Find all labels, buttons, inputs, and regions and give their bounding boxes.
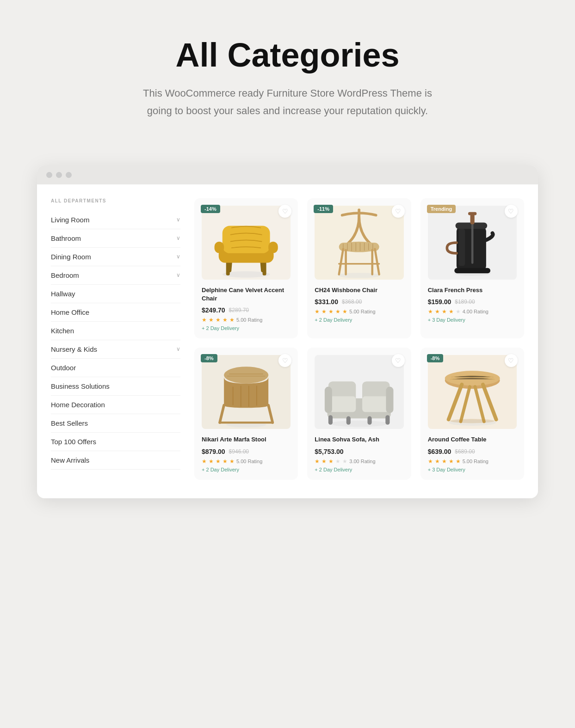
wishlist-button-2[interactable]: ♡: [392, 205, 405, 218]
svg-line-21: [375, 249, 379, 275]
sidebar-item-label: Bathroom: [51, 234, 81, 242]
product-stars-2: ★ ★ ★ ★ ★ 5.00 Rating: [315, 308, 403, 315]
product-image-4: [202, 355, 291, 429]
price-current-2: $331.00: [315, 298, 338, 306]
sidebar-item-label: New Arrivals: [51, 456, 89, 464]
chevron-down-icon: ∨: [176, 235, 180, 241]
star-icon: ★: [315, 308, 320, 315]
star-icon: ★: [216, 458, 221, 465]
price-original-1: $289.70: [229, 307, 249, 313]
chevron-down-icon: ∨: [176, 253, 180, 260]
star-icon: ★: [328, 308, 334, 315]
star-icon: ★: [322, 308, 327, 315]
price-original-6: $689.00: [455, 448, 475, 455]
product-card-2[interactable]: -11% ♡: [307, 198, 411, 338]
sidebar-item-label: Outdoor: [51, 364, 76, 372]
product-badge-6: -8%: [427, 354, 444, 362]
rating-text-4: 5.00 Rating: [236, 459, 262, 464]
delivery-text-4: + 2 Day Delivery: [202, 467, 291, 472]
svg-rect-47: [346, 416, 351, 425]
svg-point-38: [330, 421, 389, 427]
sidebar-item-label: Nursery & Kids: [51, 345, 97, 353]
sidebar-item-label: Business Solutions: [51, 382, 110, 390]
product-card-6[interactable]: -8% ♡: [420, 348, 524, 479]
star-icon: ★: [315, 458, 320, 465]
svg-rect-31: [471, 224, 474, 264]
product-pricing-1: $249.70 $289.70: [202, 306, 291, 314]
hero-subtitle: This WooCommerce ready Furniture Store W…: [130, 85, 445, 119]
star-icon: ★: [335, 308, 340, 315]
sidebar-item-outdoor[interactable]: Outdoor: [51, 359, 180, 377]
sidebar-item-business-solutions[interactable]: Business Solutions: [51, 377, 180, 396]
page-title: All Categories: [19, 37, 556, 73]
sidebar-item-nursery-kids[interactable]: Nursery & Kids ∨: [51, 340, 180, 359]
sidebar-item-dining-room[interactable]: Dining Room ∨: [51, 248, 180, 266]
product-image-3: [428, 206, 517, 280]
product-image-1: [202, 206, 291, 280]
sidebar-item-label: Best Sellers: [51, 419, 88, 427]
svg-rect-7: [215, 242, 224, 253]
rating-text-1: 5.00 Rating: [236, 317, 262, 323]
sidebar-item-bedroom[interactable]: Bedroom ∨: [51, 266, 180, 285]
sidebar-item-top-100-offers[interactable]: Top 100 Offers: [51, 433, 180, 451]
star-icon: ★: [342, 308, 347, 315]
wishlist-button-3[interactable]: ♡: [505, 205, 518, 218]
sidebar-item-label: Home Decoration: [51, 401, 105, 409]
chevron-down-icon: ∨: [176, 272, 180, 278]
sidebar-item-new-arrivals[interactable]: New Arrivals: [51, 451, 180, 470]
star-icon: ★: [435, 458, 440, 465]
star-icon: ★: [449, 458, 454, 465]
rating-text-5: 3.00 Rating: [349, 459, 375, 464]
star-icon: ★: [202, 458, 207, 465]
svg-line-20: [339, 249, 343, 275]
product-stars-6: ★ ★ ★ ★ ★ 5.00 Rating: [428, 458, 517, 465]
product-badge-3: Trending: [427, 205, 456, 213]
product-name-3: Clara French Press: [428, 286, 517, 294]
star-icon: ★: [328, 458, 334, 465]
sidebar-item-best-sellers[interactable]: Best Sellers: [51, 414, 180, 433]
product-card-5[interactable]: ♡: [307, 348, 411, 479]
product-pricing-2: $331.00 $368.00: [315, 298, 403, 306]
product-name-5: Linea Sohva Sofa, Ash: [315, 435, 403, 444]
product-name-6: Around Coffee Table: [428, 435, 517, 444]
star-icon: ★: [435, 308, 440, 315]
product-image-5: [315, 355, 403, 429]
rating-text-2: 5.00 Rating: [349, 309, 375, 314]
product-card-4[interactable]: -8% ♡: [194, 348, 298, 479]
product-badge-4: -8%: [201, 354, 217, 362]
svg-rect-6: [223, 226, 270, 253]
product-image-2: [315, 206, 403, 280]
star-icon: ★: [229, 458, 235, 465]
product-name-2: CH24 Wishbone Chair: [315, 286, 403, 294]
svg-rect-32: [454, 268, 490, 273]
delivery-text-3: + 3 Day Delivery: [428, 317, 517, 323]
delivery-text-1: + 2 Day Delivery: [202, 325, 291, 331]
product-card-1[interactable]: -14% ♡: [194, 198, 298, 338]
product-name-4: Nikari Arte Marfa Stool: [202, 435, 291, 444]
product-pricing-6: $639.00 $689.00: [428, 448, 517, 455]
wishlist-button-5[interactable]: ♡: [392, 354, 405, 367]
sidebar-item-hallway[interactable]: Hallway: [51, 285, 180, 303]
product-grid: -14% ♡: [194, 198, 524, 480]
browser-dot-yellow: [56, 172, 62, 178]
product-stars-3: ★ ★ ★ ★ ★ 4.00 Rating: [428, 308, 517, 315]
sidebar-item-label: Kitchen: [51, 327, 74, 335]
svg-rect-49: [386, 416, 390, 425]
svg-rect-42: [329, 396, 356, 412]
sidebar-item-home-decoration[interactable]: Home Decoration: [51, 396, 180, 414]
star-icon: ★: [322, 458, 327, 465]
product-stars-1: ★ ★ ★ ★ ★ 5.00 Rating: [202, 317, 291, 323]
sidebar-item-living-room[interactable]: Living Room ∨: [51, 211, 180, 229]
sidebar-item-label: Living Room: [51, 216, 89, 224]
product-pricing-4: $879.00 $946.00: [202, 448, 291, 455]
delivery-text-5: + 2 Day Delivery: [315, 467, 403, 472]
product-pricing-3: $159.00 $189.00: [428, 298, 517, 306]
svg-rect-48: [368, 416, 372, 425]
sidebar-item-home-office[interactable]: Home Office: [51, 303, 180, 322]
product-stars-5: ★ ★ ★ ★ ★ 3.00 Rating: [315, 458, 403, 465]
svg-rect-43: [362, 396, 389, 412]
sidebar-item-kitchen[interactable]: Kitchen: [51, 322, 180, 340]
product-card-3[interactable]: Trending ♡: [420, 198, 524, 338]
sidebar-item-label: Bedroom: [51, 271, 79, 279]
sidebar-item-bathroom[interactable]: Bathroom ∨: [51, 229, 180, 248]
